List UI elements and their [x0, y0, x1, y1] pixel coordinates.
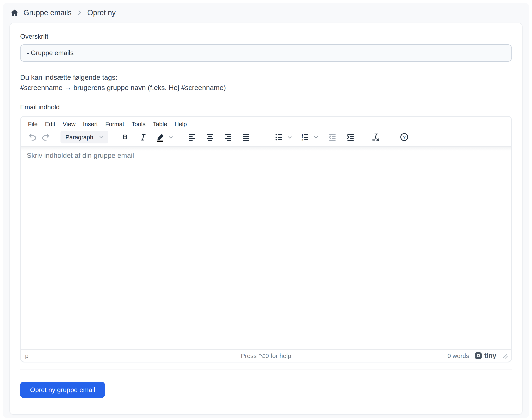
numbered-list-button[interactable]: 1 2 3 [299, 131, 311, 143]
align-left-button[interactable] [186, 131, 198, 143]
tags-hint: Du kan indsætte følgende tags: #screenna… [20, 72, 512, 93]
chevron-right-icon [76, 9, 83, 16]
page-shell: Gruppe emails Opret ny Overskrift Du kan… [3, 3, 529, 418]
redo-icon [40, 132, 50, 142]
align-right-button[interactable] [222, 131, 234, 143]
chevron-down-icon [313, 134, 319, 140]
clear-formatting-icon [370, 132, 380, 142]
indent-button[interactable] [344, 131, 357, 143]
submit-button[interactable]: Opret ny gruppe email [20, 382, 105, 398]
resize-handle-icon[interactable] [501, 353, 508, 359]
menu-item-edit[interactable]: Edit [41, 119, 59, 129]
content-label: Email indhold [20, 104, 512, 111]
heading-label: Overskrift [20, 33, 512, 40]
format-select[interactable]: Paragraph [61, 131, 108, 143]
align-left-icon [187, 132, 197, 142]
tinymce-brand[interactable]: tiny [474, 352, 496, 360]
format-select-value: Paragraph [65, 134, 93, 140]
redo-button[interactable] [39, 131, 51, 143]
tags-hint-line2: #screenname → brugerens gruppe navn (f.e… [20, 83, 512, 93]
tinymce-logo-icon [474, 352, 482, 360]
menu-item-help[interactable]: Help [171, 119, 191, 129]
help-button[interactable]: ? [398, 131, 410, 143]
editor-placeholder: Skriv indholdet af din gruppe email [27, 152, 505, 160]
menu-item-tools[interactable]: Tools [128, 119, 149, 129]
svg-text:3: 3 [302, 138, 303, 141]
bullet-list-icon [274, 132, 284, 142]
clear-formatting-button[interactable] [369, 131, 381, 143]
toolbar-shadow [21, 147, 511, 151]
status-help-hint: Press ⌥0 for help [21, 352, 511, 359]
editor-menubar: File Edit View Insert Format Tools Table… [21, 117, 511, 129]
bullet-list-menu-button[interactable] [285, 131, 294, 143]
text-color-button[interactable] [154, 131, 167, 143]
section-divider [20, 369, 512, 369]
help-icon: ? [399, 132, 409, 142]
outdent-button[interactable] [326, 131, 339, 143]
breadcrumb: Gruppe emails Opret ny [3, 3, 529, 23]
bold-icon: B [123, 133, 128, 141]
text-color-menu-button[interactable] [167, 131, 175, 143]
bullet-list-button[interactable] [273, 131, 285, 143]
svg-text:?: ? [403, 134, 405, 140]
align-justify-button[interactable] [240, 131, 252, 143]
menu-item-table[interactable]: Table [149, 119, 171, 129]
chevron-down-icon [167, 134, 174, 140]
chevron-down-icon [98, 134, 105, 141]
align-center-button[interactable] [204, 131, 216, 143]
chevron-down-icon [286, 134, 293, 140]
menu-item-format[interactable]: Format [102, 119, 128, 129]
tags-hint-line1: Du kan indsætte følgende tags: [20, 72, 512, 83]
menu-item-insert[interactable]: Insert [79, 119, 102, 129]
breadcrumb-link-gruppe-emails[interactable]: Gruppe emails [23, 8, 72, 17]
breadcrumb-current: Opret ny [87, 8, 116, 17]
align-right-icon [223, 132, 233, 142]
align-center-icon [205, 132, 215, 142]
undo-button[interactable] [27, 131, 39, 143]
home-icon[interactable] [10, 8, 19, 17]
heading-input[interactable] [20, 44, 512, 62]
editor-toolbar: Paragraph B [21, 129, 511, 146]
editor-content[interactable]: Skriv indholdet af din gruppe email [21, 147, 511, 349]
numbered-list-menu-button[interactable] [311, 131, 321, 143]
status-element-path: p [25, 352, 29, 359]
italic-button[interactable] [137, 131, 149, 143]
undo-icon [28, 132, 38, 142]
outdent-icon [327, 132, 337, 142]
align-justify-icon [241, 132, 251, 142]
form-card: Overskrift Du kan indsætte følgende tags… [9, 23, 523, 415]
highlight-pen-icon [155, 132, 166, 142]
page: Gruppe emails Opret ny Overskrift Du kan… [0, 0, 532, 420]
rich-text-editor: File Edit View Insert Format Tools Table… [20, 116, 512, 362]
menu-item-file[interactable]: File [24, 119, 41, 129]
editor-statusbar: p Press ⌥0 for help 0 words [21, 349, 511, 362]
editor-header: File Edit View Insert Format Tools Table… [21, 117, 511, 147]
bold-button[interactable]: B [119, 131, 131, 143]
numbered-list-icon: 1 2 3 [300, 132, 310, 142]
italic-icon [138, 132, 148, 142]
brand-wordmark: tiny [484, 352, 496, 360]
word-count: 0 words [448, 352, 469, 359]
menu-item-view[interactable]: View [59, 119, 79, 129]
indent-icon [346, 132, 355, 142]
